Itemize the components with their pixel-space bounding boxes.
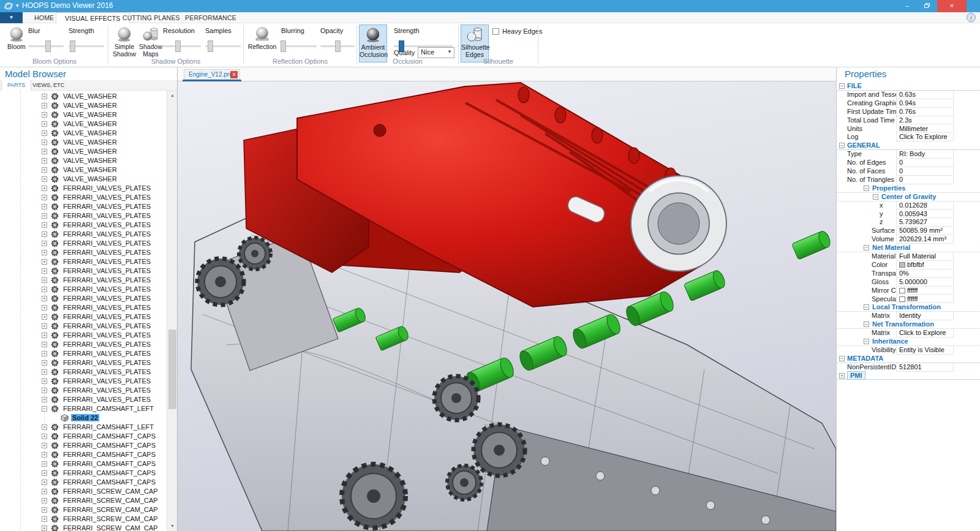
tree-item[interactable]: +FERRARI_VALVES_PLATES	[0, 331, 167, 340]
tree-item[interactable]: +FERRARI_VALVES_PLATES	[0, 349, 167, 358]
tree-item[interactable]: −FERRARI_CAMSHAFT_LEFT	[0, 404, 167, 413]
expand-icon[interactable]: +	[42, 121, 47, 127]
collapse-icon[interactable]: −	[864, 322, 869, 327]
expand-icon[interactable]: +	[42, 130, 47, 136]
tree-item[interactable]: Solid 22	[0, 413, 167, 423]
expand-icon[interactable]: +	[42, 516, 47, 522]
tree-item-label[interactable]: FERRARI_CAMSHAFT_CAPS	[62, 432, 157, 440]
tree-item-label[interactable]: FERRARI_CAMSHAFT_CAPS	[62, 469, 157, 476]
tree-item-label[interactable]: VALVE_WASHER	[62, 138, 118, 146]
expand-icon[interactable]: +	[42, 296, 47, 301]
tree-item[interactable]: +FERRARI_VALVES_PLATES	[0, 239, 167, 248]
silhouette-edges-button[interactable]: Silhouette Edges	[461, 24, 489, 62]
tree-item-label[interactable]: FERRARI_VALVES_PLATES	[62, 258, 152, 265]
tree-item[interactable]: +FERRARI_VALVES_PLATES	[0, 193, 167, 202]
tree-item[interactable]: +FERRARI_VALVES_PLATES	[0, 303, 167, 312]
tree-item-label[interactable]: VALVE_WASHER	[62, 92, 118, 100]
scroll-down-icon[interactable]: ▼	[167, 521, 178, 531]
tree-scrollbar-thumb[interactable]	[168, 330, 176, 409]
tree-item[interactable]: +FERRARI_SCREW_CAM_CAP	[0, 487, 167, 496]
expand-icon[interactable]: +	[42, 489, 47, 494]
tree-item[interactable]: +FERRARI_VALVES_PLATES	[0, 230, 167, 239]
tree-item-label[interactable]: FERRARI_CAMSHAFT_LEFT	[62, 423, 155, 431]
tree-item-label[interactable]: VALVE_WASHER	[62, 157, 118, 164]
tree-item[interactable]: +FERRARI_VALVES_PLATES	[0, 386, 167, 395]
tree-item-label[interactable]: FERRARI_VALVES_PLATES	[62, 322, 152, 330]
tree-item-label[interactable]: VALVE_WASHER	[62, 148, 118, 155]
tree-item-label[interactable]: FERRARI_VALVES_PLATES	[62, 239, 152, 247]
blurring-slider-track[interactable]	[281, 45, 317, 47]
expand-icon[interactable]: +	[42, 167, 47, 173]
blurring-slider-thumb[interactable]	[281, 40, 286, 52]
tree-item-label[interactable]: FERRARI_VALVES_PLATES	[62, 331, 152, 339]
expand-icon[interactable]: +	[42, 342, 47, 347]
tree-item[interactable]: +VALVE_WASHER	[0, 147, 167, 156]
scroll-up-icon[interactable]: ▲	[167, 91, 178, 100]
viewport-3d[interactable]	[178, 81, 836, 531]
tree-item[interactable]: +VALVE_WASHER	[0, 92, 167, 101]
expand-icon[interactable]: +	[42, 204, 47, 209]
expand-icon[interactable]: +	[42, 277, 47, 283]
expand-icon[interactable]: +	[42, 232, 47, 237]
tree-item-label[interactable]: FERRARI_VALVES_PLATES	[62, 249, 152, 256]
tree-item-label[interactable]: FERRARI_CAMSHAFT_LEFT	[62, 405, 155, 412]
tree-item[interactable]: +FERRARI_VALVES_PLATES	[0, 184, 167, 193]
tree-item-label[interactable]: FERRARI_CAMSHAFT_CAPS	[62, 451, 157, 458]
document-tab-engine-v12[interactable]: Engine_V12.pro x	[184, 69, 240, 80]
expand-icon[interactable]: +	[42, 213, 47, 219]
tree-item-label[interactable]: FERRARI_VALVES_PLATES	[62, 184, 152, 192]
expand-icon[interactable]: +	[42, 112, 47, 118]
shadow-maps-button[interactable]: Shadow Maps	[137, 24, 164, 62]
tree-item[interactable]: +FERRARI_VALVES_PLATES	[0, 367, 167, 377]
tree-item[interactable]: +FERRARI_CAMSHAFT_CAPS	[0, 459, 167, 469]
ambient-occlusion-button[interactable]: Ambient Occlusion	[359, 24, 387, 62]
tree-item-label[interactable]: VALVE_WASHER	[62, 166, 118, 173]
expand-icon[interactable]: +	[42, 507, 47, 513]
tree-item[interactable]: +VALVE_WASHER	[0, 101, 167, 110]
collapse-icon[interactable]: −	[864, 339, 869, 344]
property-value[interactable]: Click to Explore	[896, 329, 954, 337]
tree-item[interactable]: +FERRARI_VALVES_PLATES	[0, 276, 167, 285]
tree-item-label[interactable]: FERRARI_VALVES_PLATES	[62, 304, 152, 311]
tree-item-label[interactable]: VALVE_WASHER	[62, 129, 118, 137]
expand-icon[interactable]: +	[42, 241, 47, 246]
blur-slider[interactable]: Blur	[28, 27, 64, 51]
tree-item[interactable]: +VALVE_WASHER	[0, 129, 167, 138]
tree-item[interactable]: +VALVE_WASHER	[0, 119, 167, 129]
tree-item[interactable]: +FERRARI_SCREW_CAM_CAP	[0, 505, 167, 514]
tree-item-label[interactable]: FERRARI_VALVES_PLATES	[62, 386, 152, 394]
app-menu-button[interactable]: ▼	[0, 12, 23, 23]
help-icon[interactable]: i	[967, 13, 976, 22]
expand-icon[interactable]: +	[42, 424, 47, 430]
collapse-icon[interactable]: −	[873, 194, 878, 200]
quick-access-chevron-icon[interactable]: ▾	[16, 2, 19, 9]
tree-item[interactable]: +FERRARI_CAMSHAFT_CAPS	[0, 432, 167, 441]
expand-icon[interactable]: +	[42, 250, 47, 255]
collapse-icon[interactable]: −	[42, 406, 47, 412]
tree-item-label[interactable]: FERRARI_SCREW_CAM_CAP	[62, 515, 159, 522]
engine-model[interactable]	[178, 81, 836, 531]
expand-icon[interactable]: +	[42, 333, 47, 338]
tree-item-label[interactable]: FERRARI_VALVES_PLATES	[62, 267, 152, 274]
expand-icon[interactable]: +	[42, 287, 47, 292]
collapse-icon[interactable]: −	[839, 83, 845, 89]
tree-item-label[interactable]: VALVE_WASHER	[62, 120, 118, 127]
expand-icon[interactable]: +	[42, 369, 47, 375]
tree-item-label[interactable]: FERRARI_VALVES_PLATES	[62, 359, 152, 366]
close-button[interactable]: ×	[937, 0, 967, 12]
expand-icon[interactable]: +	[42, 94, 47, 99]
expand-icon[interactable]: +	[42, 140, 47, 145]
blurring-slider[interactable]: Blurring	[281, 27, 317, 51]
tree-item-label[interactable]: VALVE_WASHER	[62, 102, 118, 109]
expand-icon[interactable]: +	[42, 470, 47, 476]
expand-icon[interactable]: +	[42, 186, 47, 191]
tree-item[interactable]: +FERRARI_VALVES_PLATES	[0, 248, 167, 257]
expand-icon[interactable]: +	[42, 259, 47, 265]
expand-icon[interactable]: +	[42, 351, 47, 356]
tree-item[interactable]: +FERRARI_VALVES_PLATES	[0, 220, 167, 230]
tree-item[interactable]: +FERRARI_CAMSHAFT_CAPS	[0, 441, 167, 450]
expand-icon[interactable]: +	[42, 378, 47, 384]
tree-item[interactable]: +FERRARI_CAMSHAFT_LEFT	[0, 423, 167, 432]
tree-item[interactable]: +FERRARI_SCREW_CAM_CAP	[0, 496, 167, 505]
tree-item-label[interactable]: FERRARI_VALVES_PLATES	[62, 313, 152, 320]
